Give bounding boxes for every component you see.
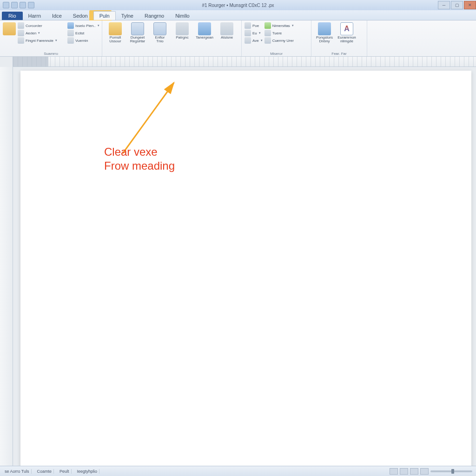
replace-button[interactable]: Euramrnonnlimgde <box>337 21 357 44</box>
cut-icon <box>18 22 24 29</box>
chevron-down-icon: ▾ <box>261 39 263 42</box>
ribbon: Corcorder Aeden▾ Fingni Farennole▾ Issel… <box>0 20 476 57</box>
ribbon-group-clipboard: Corcorder Aeden▾ Fingni Farennole▾ Issel… <box>0 20 102 56</box>
chevron-down-icon: ▾ <box>38 31 40 35</box>
minimize-button[interactable]: ─ <box>438 1 450 9</box>
wrap-button[interactable]: Eu▾ <box>245 30 263 36</box>
position-icon <box>245 22 251 29</box>
clear-icon <box>67 37 74 44</box>
pane-icon <box>264 37 271 44</box>
zoom-slider[interactable] <box>430 470 472 472</box>
qat-redo-icon[interactable] <box>20 2 26 8</box>
style-button[interactable]: Isselo Pien..▾ <box>67 22 99 29</box>
window-controls: ─ ▢ ✕ <box>437 1 476 9</box>
paste-icon <box>3 22 16 35</box>
status-mode[interactable]: Ieegtyhplio <box>75 469 100 474</box>
group-label: Fear. Far <box>314 51 364 56</box>
edit-button[interactable]: Eclist <box>67 30 99 36</box>
breaks-button[interactable]: Tanergean <box>194 21 215 40</box>
page-icon <box>131 22 144 35</box>
close-button[interactable]: ✕ <box>464 1 476 9</box>
annotation-arrow <box>118 79 192 158</box>
size-icon <box>153 22 166 35</box>
view-outline-button[interactable] <box>420 468 429 475</box>
copy-icon <box>18 30 24 36</box>
hyphenation-button[interactable]: Atsisne <box>217 21 237 40</box>
cut-button[interactable]: Corcorder <box>18 22 57 29</box>
letter-a-icon <box>340 22 353 35</box>
tab-mailings[interactable]: Rangrno <box>139 12 170 20</box>
status-page[interactable]: se Aorro Tuls <box>3 469 32 474</box>
chevron-down-icon: ▾ <box>98 24 99 27</box>
zoom-thumb[interactable] <box>451 469 454 474</box>
hyphen-icon <box>220 22 233 35</box>
chevron-down-icon: ▾ <box>292 24 294 27</box>
copy-button[interactable]: Aeden▾ <box>18 30 57 36</box>
page-area[interactable]: Clear vexe Frow meading <box>13 67 476 466</box>
group-label: Suamrro <box>3 51 99 56</box>
view-web-button[interactable] <box>410 468 418 475</box>
status-words[interactable]: Coamte <box>35 469 54 474</box>
tab-insert[interactable]: Idce <box>46 12 67 20</box>
view-read-button[interactable] <box>400 468 408 475</box>
tab-layout[interactable]: Puln <box>93 11 116 20</box>
ribbon-group-editing: PongstorsDnbny Euramrnonnlimgde Fear. Fa… <box>311 20 367 56</box>
wrap-icon <box>245 30 251 36</box>
find-button[interactable]: PongstorsDnbny <box>314 21 335 44</box>
ribbon-tabs: Rio Harrn Idce Sedon Puln Tylne Rangrno … <box>0 10 476 20</box>
clear-button[interactable]: Vuernin <box>67 37 99 44</box>
backward-icon <box>264 30 271 36</box>
position-button[interactable]: Poe <box>245 22 263 29</box>
tab-design[interactable]: Sedon <box>67 12 93 20</box>
style-icon <box>67 22 74 29</box>
bring-forward-button[interactable]: Nimersttas▾ <box>264 22 294 29</box>
qat-save-icon[interactable] <box>3 2 9 8</box>
status-lang[interactable]: Peult <box>58 469 72 474</box>
orientation-button[interactable]: DungeetRegsirtar <box>127 21 148 44</box>
qat-more-icon[interactable] <box>28 2 34 8</box>
find-icon <box>318 22 331 35</box>
format-painter-button[interactable]: Fingni Farennole▾ <box>18 37 57 44</box>
brush-icon <box>18 37 24 44</box>
window-title: #1 Rourger • Munsgrit C0xC 12 .px <box>202 3 274 8</box>
breaks-icon <box>198 22 211 35</box>
horizontal-ruler[interactable] <box>0 57 476 67</box>
forward-icon <box>264 22 271 29</box>
edit-icon <box>67 30 74 36</box>
paste-button[interactable] <box>3 21 16 36</box>
group-label: Miseror <box>245 51 308 56</box>
align-button[interactable]: Ave▾ <box>245 37 263 44</box>
document-workspace: Clear vexe Frow meading <box>0 67 476 466</box>
chevron-down-icon: ▾ <box>259 31 261 35</box>
ribbon-group-arrange: Poe Eu▾ Ave▾ Nimersttas▾ Tuere Cuerrny U… <box>242 20 311 56</box>
quick-access-toolbar <box>0 2 37 8</box>
vertical-ruler[interactable] <box>0 67 13 466</box>
folder-icon <box>109 22 122 35</box>
maximize-button[interactable]: ▢ <box>451 1 463 9</box>
title-bar: #1 Rourger • Munsgrit C0xC 12 .px ─ ▢ ✕ <box>0 0 476 10</box>
align-icon <box>245 37 251 44</box>
margins-button[interactable]: PomsltUssour <box>105 21 126 44</box>
group-label <box>105 55 238 56</box>
columns-icon <box>176 22 189 35</box>
columns-button[interactable]: Patrgnc <box>172 21 192 40</box>
status-bar: se Aorro Tuls Coamte Peult Ieegtyhplio <box>0 466 476 476</box>
qat-undo-icon[interactable] <box>11 2 18 8</box>
document-page[interactable]: Clear vexe Frow meading <box>20 71 471 466</box>
annotation-line2: Frow meading <box>104 159 175 173</box>
tab-review[interactable]: Nimllo <box>170 12 195 20</box>
selection-pane-button[interactable]: Cuerrny Urer <box>264 37 294 44</box>
ribbon-group-page: PomsltUssour DungeetRegsirtar EnflorTnio… <box>102 20 242 56</box>
svg-line-0 <box>123 83 174 153</box>
chevron-down-icon: ▾ <box>55 39 57 42</box>
size-button[interactable]: EnflorTnio <box>150 21 170 44</box>
send-backward-button[interactable]: Tuere <box>264 30 294 36</box>
tab-references[interactable]: Tylne <box>116 12 139 20</box>
tab-home[interactable]: Harrn <box>23 12 47 20</box>
view-print-layout-button[interactable] <box>390 468 398 475</box>
tab-file[interactable]: Rio <box>2 12 23 20</box>
